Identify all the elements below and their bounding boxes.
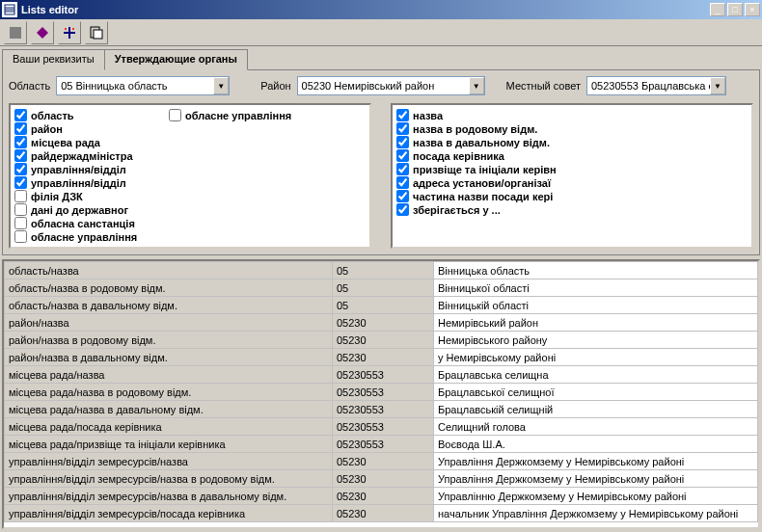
chk-address[interactable]: адреса установи/організаї	[396, 176, 557, 189]
cell-path: область/назва в родовому відм.	[5, 279, 333, 297]
cell-value: Управління Держкомзему у Немирівському р…	[434, 453, 758, 470]
table-row[interactable]: місцева рада/призвіще та ініціали керівн…	[5, 436, 758, 453]
cell-code: 05230	[333, 470, 434, 488]
cell-value: Вінницька область	[434, 262, 758, 279]
table-row[interactable]: управління/відділ земресурсів/посада кер…	[5, 505, 758, 522]
cell-code: 05230553	[333, 436, 434, 453]
chk-district[interactable]: район	[14, 122, 140, 135]
selector-row: Область 05 Вінницька область▼ Район 0523…	[9, 76, 753, 95]
cell-path: область/назва в давальному відм.	[5, 297, 333, 314]
table-row[interactable]: місцева рада/посада керівника05230553Сел…	[5, 418, 758, 436]
app-icon	[2, 2, 17, 17]
cell-path: область/назва	[5, 262, 333, 279]
chevron-down-icon[interactable]: ▼	[710, 77, 725, 94]
table-row[interactable]: область/назва в родовому відм.05Вінницьк…	[5, 279, 758, 297]
chk-statedata[interactable]: дані до державног	[14, 203, 140, 216]
table-row[interactable]: місцева рада/назва в родовому відм.05230…	[5, 384, 758, 401]
cell-value: Брацлавській селищній	[434, 401, 758, 418]
table-row[interactable]: управління/відділ земресурсів/назва в да…	[5, 488, 758, 505]
svg-point-8	[65, 28, 67, 30]
chk-obl-dept[interactable]: обласне управління	[169, 109, 291, 121]
chk-stored[interactable]: зберігається у ...	[396, 203, 557, 216]
table-row[interactable]: управління/відділ земресурсів/назва05230…	[5, 453, 758, 470]
close-button[interactable]: ×	[745, 3, 760, 16]
tool-btn-1[interactable]	[4, 21, 27, 44]
cell-path: район/назва в давальному відм.	[5, 349, 333, 366]
window-title: Lists editor	[21, 4, 710, 15]
cell-code: 05230	[333, 332, 434, 349]
cell-code: 05230	[333, 453, 434, 470]
chevron-down-icon[interactable]: ▼	[213, 77, 229, 94]
tab-your-details[interactable]: Ваши реквизиты	[2, 49, 105, 70]
right-check-panel: назва назва в родовому відм. назва в дав…	[391, 103, 753, 249]
district-combo[interactable]: 05230 Немирівський район▼	[297, 76, 485, 95]
council-value: 05230553 Брацлавська се	[587, 80, 710, 92]
cell-path: місцева рада/назва в давальному відм.	[5, 401, 333, 418]
cell-code: 05230553	[333, 384, 434, 401]
cell-code: 05	[333, 279, 434, 297]
minimize-button[interactable]: _	[710, 3, 725, 16]
table-row[interactable]: район/назва в родовому відм.05230Немирів…	[5, 332, 758, 349]
cell-path: місцева рада/посада керівника	[5, 418, 333, 436]
tab-content: Область 05 Вінницька область▼ Район 0523…	[2, 69, 760, 255]
data-table: область/назва05Вінницька областьобласть/…	[4, 261, 758, 522]
svg-marker-5	[37, 27, 48, 39]
chk-posname[interactable]: частина назви посади кері	[396, 190, 557, 202]
chk-name[interactable]: назва	[396, 109, 557, 121]
cell-code: 05230	[333, 314, 434, 332]
chk-name-dat[interactable]: назва в давальному відм.	[396, 136, 557, 148]
chk-dept2[interactable]: управління/відділ	[14, 176, 140, 189]
cell-path: управління/відділ земресурсів/посада кер…	[5, 505, 333, 522]
chk-position[interactable]: посада керівника	[396, 149, 557, 162]
table-row[interactable]: місцева рада/назва05230553Брацлавська се…	[5, 366, 758, 384]
table-row[interactable]: район/назва05230Немирівський район	[5, 314, 758, 332]
tool-btn-4[interactable]	[85, 21, 108, 44]
table-row[interactable]: область/назва05Вінницька область	[5, 262, 758, 279]
oblast-combo[interactable]: 05 Вінницька область▼	[56, 76, 230, 95]
table-row[interactable]: область/назва в давальному відм.05Вінниц…	[5, 297, 758, 314]
district-value: 05230 Немирівський район	[298, 80, 469, 92]
chk-sanstation[interactable]: обласна санстанція	[14, 217, 140, 229]
tool-btn-2[interactable]	[31, 21, 54, 44]
maximize-button[interactable]: □	[727, 3, 743, 16]
table-row[interactable]: місцева рада/назва в давальному відм.052…	[5, 401, 758, 418]
cell-value: начальник Управління Держкомзему у Немир…	[434, 505, 758, 522]
chk-oblast[interactable]: область	[14, 109, 140, 121]
cell-value: Вінницької області	[434, 279, 758, 297]
cell-path: район/назва	[5, 314, 333, 332]
data-table-wrap[interactable]: область/назва05Вінницька областьобласть/…	[2, 259, 760, 529]
chk-surname[interactable]: призвіще та ініціали керівн	[396, 163, 557, 175]
cell-code: 05230	[333, 488, 434, 505]
tool-btn-3[interactable]	[58, 21, 81, 44]
cell-value: Немирівський район	[434, 314, 758, 332]
chk-dept1[interactable]: управління/відділ	[14, 163, 140, 175]
chk-name-gen[interactable]: назва в родовому відм.	[396, 122, 557, 135]
cell-path: місцева рада/назва	[5, 366, 333, 384]
cell-code: 05230	[333, 349, 434, 366]
cell-code: 05230	[333, 505, 434, 522]
chevron-down-icon[interactable]: ▼	[469, 77, 484, 94]
cell-code: 05	[333, 297, 434, 314]
chk-oblupr[interactable]: обласне управління	[14, 230, 140, 243]
cell-path: управління/відділ земресурсів/назва	[5, 453, 333, 470]
cell-path: район/назва в родовому відм.	[5, 332, 333, 349]
chk-raiadmin[interactable]: райдержадміністра	[14, 149, 140, 162]
table-row[interactable]: район/назва в давальному відм.05230у Нем…	[5, 349, 758, 366]
cell-value: Брацлавської селищної	[434, 384, 758, 401]
chk-dzk[interactable]: філія ДЗК	[14, 190, 140, 202]
cell-value: у Немирівському районі	[434, 349, 758, 366]
oblast-label: Область	[9, 80, 50, 92]
svg-rect-11	[94, 30, 102, 39]
cell-value: Управлінню Держкомзему у Немирівському р…	[434, 488, 758, 505]
tab-bar: Ваши реквизиты Утверждающие органы	[0, 48, 762, 69]
oblast-value: 05 Вінницька область	[57, 80, 213, 92]
toolbar	[0, 19, 762, 46]
council-label: Местный совет	[506, 80, 581, 92]
tab-approving-authorities[interactable]: Утверждающие органы	[104, 49, 248, 70]
table-row[interactable]: управління/відділ земресурсів/назва в ро…	[5, 470, 758, 488]
chk-local-council[interactable]: місцева рада	[14, 136, 140, 148]
cell-code: 05230553	[333, 418, 434, 436]
cell-value: Брацлавська селищна	[434, 366, 758, 384]
council-combo[interactable]: 05230553 Брацлавська се▼	[586, 76, 726, 95]
cell-path: місцева рада/призвіще та ініціали керівн…	[5, 436, 333, 453]
